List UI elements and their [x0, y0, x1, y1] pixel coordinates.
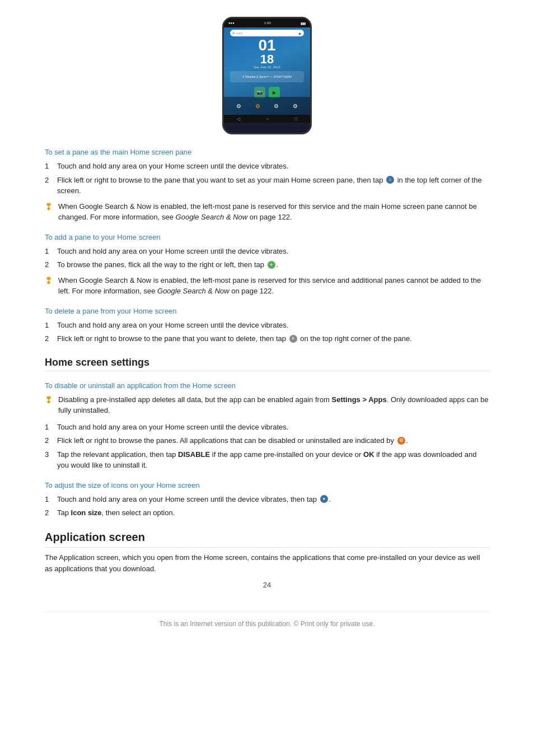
- step-text: Touch and hold any area on your Home scr…: [57, 246, 288, 257]
- dock-icon-2: ⚙: [255, 103, 260, 109]
- step-text: Flick left or right to browse the panes.…: [57, 435, 408, 446]
- list-item: 2 Flick left or right to browse to the p…: [45, 333, 489, 344]
- list-item: 3 Tap the relevant application, then tap…: [45, 449, 489, 471]
- phone-nav-bar: ◁ ○ □: [224, 115, 310, 123]
- list-item: 2 Tap Icon size, then select an option.: [45, 507, 489, 519]
- home-icon: [386, 176, 394, 184]
- dock-icon-settings: ⚙: [293, 103, 298, 109]
- delete-pane-title: To delete a pane from your Home screen: [45, 307, 489, 315]
- step-text: Flick left or right to browse to the pan…: [57, 175, 489, 197]
- step-num: 2: [45, 507, 53, 519]
- list-item: 2 To browse the panes, flick all the way…: [45, 259, 489, 270]
- icon-size-steps: 1 Touch and hold any area on your Home s…: [45, 494, 489, 519]
- step-text: Flick left or right to browse to the pan…: [57, 333, 412, 344]
- nav-recent: □: [294, 116, 297, 122]
- add-pane-title: To add a pane to your Home screen: [45, 233, 489, 241]
- list-item: 1 Touch and hold any area on your Home s…: [45, 161, 489, 172]
- list-item: 2 Flick left or right to browse the pane…: [45, 435, 489, 446]
- step-num: 3: [45, 449, 53, 471]
- phone-bottom-icons: ⚙ ⚙ ⚙ ⚙: [229, 103, 305, 109]
- list-item: 1 Touch and hold any area on your Home s…: [45, 422, 489, 433]
- phone-time-status: 1:00: [264, 21, 271, 25]
- phone-bottom-bar: ⚙ ⚙ ⚙ ⚙: [224, 97, 310, 115]
- phone-clock-day: 18: [260, 53, 274, 66]
- step-num: 1: [45, 246, 53, 257]
- settings-dot-icon: [320, 495, 328, 503]
- note-icon: ❢: [45, 200, 54, 223]
- phone-screen: Google ▶ 01 18 Sat, Feb 18, 2015 ⚲ Weath…: [224, 27, 310, 115]
- application-screen-heading: Application screen: [45, 531, 489, 548]
- step-text: Touch and hold any area on your Home scr…: [57, 422, 288, 433]
- step-text: Touch and hold any area on your Home scr…: [57, 161, 288, 172]
- icon-size-title: To adjust the size of icons on your Home…: [45, 481, 489, 489]
- footer-text: This is an Internet version of this publ…: [45, 612, 489, 628]
- nav-back: ◁: [237, 116, 240, 122]
- phone-mockup: ●●● 1:00 ▮▮▮ Google ▶ 01 18 Sat, Feb 18,…: [222, 17, 312, 134]
- step-num: 1: [45, 494, 53, 505]
- delete-icon: [289, 335, 297, 343]
- phone-widget: ⚲ Weather & Sprint™ — START HERE!: [230, 71, 303, 82]
- disable-uninstall-title: To disable or uninstall an application f…: [45, 381, 489, 390]
- list-item: 1 Touch and hold any area on your Home s…: [45, 246, 489, 257]
- note-text: Disabling a pre-installed app deletes al…: [58, 394, 489, 416]
- phone-search-bar: Google ▶: [230, 30, 303, 36]
- step-num: 2: [45, 175, 53, 197]
- step-num: 2: [45, 259, 53, 270]
- set-main-pane-note: ❢ When Google Search & Now is enabled, t…: [45, 201, 489, 223]
- dock-icon-1: ⚙: [236, 103, 241, 109]
- dock-icon-3: ⚙: [274, 103, 279, 109]
- step-text: Tap the relevant application, then tap D…: [57, 449, 489, 471]
- step-num: 1: [45, 320, 53, 331]
- add-icon: [268, 261, 275, 269]
- phone-date: Sat, Feb 18, 2015: [254, 66, 280, 69]
- step-text: Tap Icon size, then select an option.: [57, 507, 175, 519]
- home-screen-settings-heading: Home screen settings: [45, 357, 489, 371]
- delete-pane-steps: 1 Touch and hold any area on your Home s…: [45, 320, 489, 344]
- phone-status-bar: ●●● 1:00 ▮▮▮: [224, 18, 310, 27]
- phone-app-1: 📷: [254, 87, 265, 98]
- disable-note: ❢ Disabling a pre-installed app deletes …: [45, 394, 489, 416]
- disable-steps: 1 Touch and hold any area on your Home s…: [45, 422, 489, 471]
- list-item: 1 Touch and hold any area on your Home s…: [45, 320, 489, 331]
- step-num: 2: [45, 435, 53, 446]
- step-num: 2: [45, 333, 53, 344]
- step-text: Touch and hold any area on your Home scr…: [57, 320, 288, 331]
- list-item: 1 Touch and hold any area on your Home s…: [45, 494, 489, 505]
- note-icon: ❢: [45, 274, 54, 297]
- note-icon: ❢: [45, 394, 54, 416]
- list-item: 2 Flick left or right to browse to the p…: [45, 175, 489, 197]
- set-main-pane-title: To set a pane as the main Home screen pa…: [45, 148, 489, 156]
- note-text: When Google Search & Now is enabled, the…: [58, 275, 489, 297]
- add-pane-steps: 1 Touch and hold any area on your Home s…: [45, 246, 489, 270]
- step-num: 1: [45, 161, 53, 172]
- orange-settings-icon: [397, 437, 405, 445]
- phone-app-2: ▶: [269, 87, 280, 98]
- phone-app-row: 📷 ▶: [254, 87, 280, 98]
- page-number: 24: [45, 581, 489, 589]
- step-text: To browse the panes, flick all the way t…: [57, 259, 278, 270]
- phone-carrier: ●●●: [228, 21, 235, 25]
- phone-battery: ▮▮▮: [301, 21, 306, 25]
- set-main-pane-steps: 1 Touch and hold any area on your Home s…: [45, 161, 489, 197]
- note-text: When Google Search & Now is enabled, the…: [58, 201, 489, 223]
- phone-clock: 01: [258, 38, 275, 53]
- step-text: Touch and hold any area on your Home scr…: [57, 494, 331, 505]
- nav-home: ○: [266, 116, 269, 122]
- application-screen-body: The Application screen, which you open f…: [45, 552, 489, 576]
- step-num: 1: [45, 422, 53, 433]
- add-pane-note: ❢ When Google Search & Now is enabled, t…: [45, 275, 489, 297]
